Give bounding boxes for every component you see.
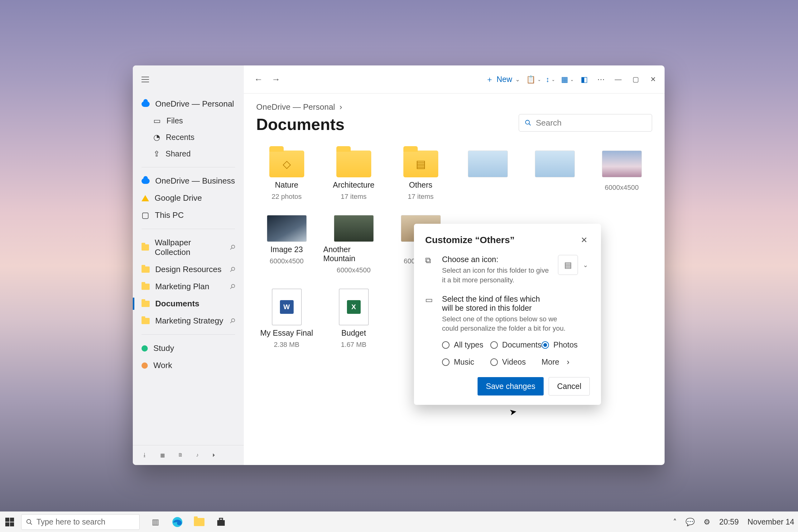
- tray-time[interactable]: 20:59: [719, 517, 739, 526]
- sidebar-drive-google[interactable]: Google Drive: [133, 189, 244, 207]
- sort-button[interactable]: ↕⌄: [544, 73, 557, 86]
- sidebar-item-shared[interactable]: ⇪ Shared: [133, 146, 244, 162]
- minimize-button[interactable]: —: [611, 72, 625, 87]
- start-button[interactable]: [4, 516, 16, 528]
- folder-icon: [141, 244, 149, 251]
- close-button[interactable]: ✕: [646, 72, 660, 87]
- choose-icon-desc: Select an icon for this folder to give i…: [442, 266, 552, 285]
- video-icon[interactable]: ⏵: [212, 452, 217, 458]
- sidebar-item-label: Marketing Strategy: [155, 316, 223, 326]
- paste-button[interactable]: 📋⌄: [527, 73, 540, 86]
- pin-icon[interactable]: ⚲: [228, 316, 237, 326]
- image-23[interactable]: Image 23 6000x4500: [256, 215, 317, 274]
- sidebar-pinned-marketing-strategy[interactable]: Marketing Strategy ⚲: [133, 312, 244, 329]
- chevron-right-icon: ›: [340, 102, 342, 112]
- new-button-label: New: [497, 75, 512, 84]
- content-area: OneDrive — Personal › Documents Search ◇…: [244, 94, 665, 465]
- tray-chat-icon[interactable]: 💬: [685, 518, 695, 526]
- image-thumb[interactable]: [457, 151, 518, 201]
- more-options[interactable]: More ›: [542, 358, 590, 366]
- back-button[interactable]: ←: [251, 72, 266, 87]
- radio-videos[interactable]: Videos: [490, 358, 542, 366]
- choose-icon-label: Choose an icon:: [442, 255, 552, 264]
- tray-settings-icon[interactable]: ⚙: [704, 518, 710, 526]
- radio-documents[interactable]: Documents: [490, 340, 542, 349]
- radio-all-types[interactable]: All types: [442, 340, 490, 349]
- hamburger-icon[interactable]: [141, 77, 149, 82]
- item-name: Architecture: [333, 180, 374, 189]
- search-input[interactable]: Search: [519, 114, 652, 132]
- forward-button[interactable]: →: [269, 72, 283, 87]
- tray-chevron-up-icon[interactable]: ˄: [673, 518, 677, 526]
- more-button[interactable]: ⋯: [594, 73, 608, 86]
- monitor-icon: ▢: [141, 210, 149, 220]
- pin-icon[interactable]: ⚲: [228, 282, 237, 291]
- new-button[interactable]: ＋ New ⌄: [482, 72, 524, 87]
- pin-icon[interactable]: ⚲: [228, 243, 237, 252]
- details-pane-button[interactable]: ◧: [577, 73, 591, 86]
- folder-architecture[interactable]: Architecture 17 items: [323, 151, 384, 201]
- svg-point-0: [526, 120, 530, 125]
- radio-music[interactable]: Music: [442, 358, 490, 366]
- edge-app[interactable]: [171, 515, 184, 529]
- sidebar-pinned-design[interactable]: Design Resources ⚲: [133, 261, 244, 278]
- sidebar-tag-work[interactable]: Work: [133, 357, 244, 374]
- music-icon[interactable]: ♪: [196, 452, 198, 458]
- taskbar-search[interactable]: Type here to search: [21, 514, 140, 530]
- breadcrumb-root[interactable]: OneDrive — Personal: [256, 102, 335, 112]
- gdrive-icon: [141, 195, 149, 201]
- sidebar-item-label: Work: [153, 361, 172, 370]
- sidebar: OneDrive — Personal ▭ Files ◔ Recents ⇪ …: [133, 65, 244, 465]
- item-meta: 1.67 MB: [341, 341, 366, 349]
- explorer-app[interactable]: [193, 515, 206, 529]
- sidebar-drive-onedrive-personal[interactable]: OneDrive — Personal: [133, 95, 244, 113]
- svg-rect-5: [217, 520, 225, 526]
- icon-selector-dropdown[interactable]: ⌄: [581, 255, 590, 275]
- sidebar-item-recents[interactable]: ◔ Recents: [133, 129, 244, 146]
- radio-icon: [542, 341, 549, 349]
- doc-budget[interactable]: X Budget 1.67 MB: [323, 289, 384, 349]
- save-changes-button[interactable]: Save changes: [478, 377, 544, 396]
- sidebar-drive-onedrive-business[interactable]: OneDrive — Business: [133, 172, 244, 189]
- sidebar-item-label: Shared: [166, 149, 191, 158]
- task-view-button[interactable]: ▥: [149, 515, 162, 529]
- document-icon[interactable]: 🗎: [178, 452, 183, 458]
- pin-icon[interactable]: ⚲: [228, 265, 237, 274]
- main-pane: ← → ＋ New ⌄ 📋⌄ ↕⌄ ▦⌄ ◧ ⋯ — ▢ ✕ OneDr: [244, 65, 665, 465]
- item-name: Nature: [275, 180, 298, 189]
- tray-date[interactable]: November 14: [747, 517, 794, 526]
- sidebar-tag-study[interactable]: Study: [133, 340, 244, 357]
- image-thumb[interactable]: 6000x4500: [591, 151, 652, 201]
- folder-others[interactable]: ▤ Others 17 items: [390, 151, 451, 201]
- sidebar-drive-thispc[interactable]: ▢ This PC: [133, 207, 244, 224]
- breadcrumb[interactable]: OneDrive — Personal ›: [256, 102, 652, 112]
- radio-label: Music: [454, 358, 474, 366]
- icon-selector[interactable]: ▤: [558, 255, 578, 275]
- folder-outline-icon: ▭: [425, 294, 436, 367]
- sidebar-item-label: Wallpaper Collection: [155, 238, 225, 257]
- image-thumb[interactable]: [524, 151, 585, 201]
- sidebar-pinned-wallpaper[interactable]: Wallpaper Collection ⚲: [133, 234, 244, 261]
- maximize-button[interactable]: ▢: [628, 72, 643, 87]
- excel-doc-icon: X: [339, 289, 369, 325]
- kind-label: Select the kind of files which will be s…: [442, 294, 548, 312]
- sidebar-item-files[interactable]: ▭ Files: [133, 113, 244, 129]
- doc-essay[interactable]: W My Essay Final 2.38 MB: [256, 289, 317, 349]
- plus-icon: ＋: [486, 74, 493, 84]
- store-app[interactable]: [214, 515, 228, 529]
- sidebar-item-label: Study: [153, 343, 174, 353]
- separator: [141, 229, 235, 229]
- search-placeholder: Search: [536, 118, 562, 128]
- folder-nature[interactable]: ◇ Nature 22 photos: [256, 151, 317, 201]
- dialog-close-button[interactable]: ✕: [578, 234, 590, 246]
- download-icon[interactable]: ⭳: [142, 452, 147, 458]
- view-button[interactable]: ▦⌄: [560, 73, 574, 86]
- radio-photos[interactable]: Photos: [542, 340, 590, 349]
- cancel-button[interactable]: Cancel: [549, 377, 590, 396]
- item-meta: 22 photos: [271, 193, 302, 201]
- image-another-mountain[interactable]: Another Mountain 6000x4500: [323, 215, 384, 274]
- sidebar-pinned-documents[interactable]: Documents: [133, 295, 244, 312]
- sidebar-pinned-marketing-plan[interactable]: Marketing Plan ⚲: [133, 278, 244, 295]
- folder-outline-icon: ▭: [153, 116, 161, 125]
- image-icon[interactable]: ▦: [160, 452, 165, 458]
